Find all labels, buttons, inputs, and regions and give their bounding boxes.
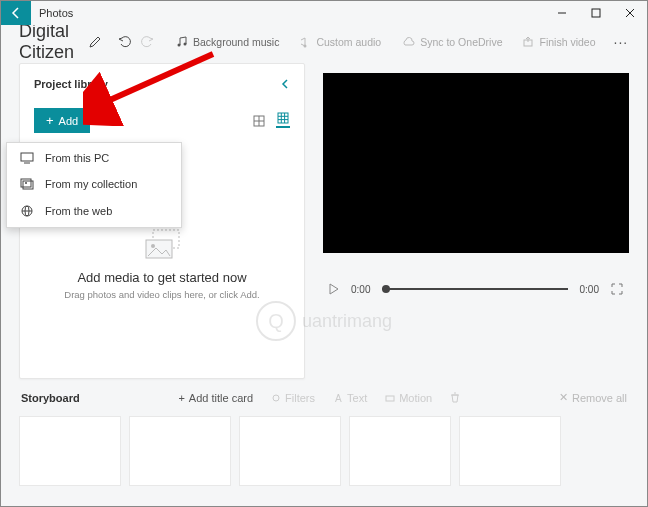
remove-all-button[interactable]: ✕ Remove all — [559, 391, 627, 404]
media-placeholder-icon — [142, 228, 182, 260]
seek-bar[interactable] — [382, 288, 567, 290]
svg-text:A: A — [335, 393, 342, 403]
text-button[interactable]: A Text — [333, 392, 367, 404]
dropdown-web-label: From the web — [45, 205, 112, 217]
app-title: Photos — [31, 7, 73, 19]
add-button-label: Add — [59, 115, 79, 127]
dropdown-collection-label: From my collection — [45, 178, 137, 190]
add-button[interactable]: + Add — [34, 108, 90, 133]
redo-icon[interactable] — [140, 35, 154, 49]
pc-icon — [19, 152, 35, 164]
svg-point-4 — [304, 45, 307, 48]
music-icon — [176, 36, 188, 48]
back-button[interactable] — [1, 1, 31, 25]
storyboard-slot[interactable] — [19, 416, 121, 486]
total-time: 0:00 — [580, 284, 599, 295]
svg-point-18 — [25, 182, 27, 184]
custom-audio-button[interactable]: Custom audio — [293, 33, 387, 51]
svg-point-3 — [184, 43, 187, 46]
svg-rect-1 — [592, 9, 600, 17]
add-dropdown: From this PC From my collection From the… — [6, 142, 182, 228]
close-icon: ✕ — [559, 391, 568, 404]
view-single-icon[interactable] — [252, 114, 266, 128]
audio-icon — [299, 36, 311, 48]
empty-subtitle: Drag photos and video clips here, or cli… — [64, 289, 259, 300]
dropdown-from-collection[interactable]: From my collection — [7, 171, 181, 197]
storyboard-title: Storyboard — [21, 392, 80, 404]
background-music-button[interactable]: Background music — [170, 33, 285, 51]
storyboard-strip[interactable] — [19, 416, 629, 486]
svg-rect-9 — [278, 113, 288, 123]
empty-title: Add media to get started now — [77, 270, 246, 285]
storyboard-slot[interactable] — [459, 416, 561, 486]
filters-button[interactable]: Filters — [271, 392, 315, 404]
trash-icon — [450, 392, 460, 403]
storyboard-slot[interactable] — [129, 416, 231, 486]
add-title-card-button[interactable]: + Add title card — [178, 392, 253, 404]
dropdown-pc-label: From this PC — [45, 152, 109, 164]
custom-audio-label: Custom audio — [316, 36, 381, 48]
plus-icon: + — [46, 114, 54, 127]
export-icon — [522, 36, 534, 48]
close-button[interactable] — [613, 1, 647, 25]
dropdown-from-this-pc[interactable]: From this PC — [7, 145, 181, 171]
svg-rect-23 — [146, 240, 172, 258]
motion-button[interactable]: Motion — [385, 392, 432, 404]
library-title: Project library — [34, 78, 108, 90]
svg-point-26 — [273, 395, 279, 401]
filters-icon — [271, 393, 281, 403]
delete-button[interactable] — [450, 392, 460, 404]
minimize-button[interactable] — [545, 1, 579, 25]
text-icon: A — [333, 393, 343, 403]
svg-rect-14 — [21, 153, 33, 161]
finish-video-button[interactable]: Finish video — [516, 33, 601, 51]
current-time: 0:00 — [351, 284, 370, 295]
play-button[interactable] — [329, 283, 339, 295]
sync-label: Sync to OneDrive — [420, 36, 502, 48]
svg-point-24 — [151, 244, 155, 248]
plus-icon: + — [178, 392, 184, 404]
project-name: Digital Citizen — [19, 21, 74, 63]
edit-name-icon[interactable] — [88, 35, 102, 49]
motion-icon — [385, 393, 395, 403]
video-preview[interactable] — [323, 73, 629, 253]
background-music-label: Background music — [193, 36, 279, 48]
svg-rect-28 — [386, 396, 394, 401]
svg-point-2 — [178, 44, 181, 47]
undo-icon[interactable] — [118, 35, 132, 49]
finish-video-label: Finish video — [539, 36, 595, 48]
sync-button[interactable]: Sync to OneDrive — [395, 33, 508, 51]
storyboard-slot[interactable] — [239, 416, 341, 486]
add-title-card-label: Add title card — [189, 392, 253, 404]
view-grid-icon[interactable] — [276, 114, 290, 128]
storyboard-slot[interactable] — [349, 416, 451, 486]
collapse-library-icon[interactable] — [280, 78, 290, 90]
collection-icon — [19, 178, 35, 190]
maximize-button[interactable] — [579, 1, 613, 25]
project-library-panel: Project library + Add — [19, 63, 305, 379]
remove-all-label: Remove all — [572, 392, 627, 404]
web-icon — [19, 204, 35, 218]
fullscreen-icon[interactable] — [611, 283, 623, 295]
dropdown-from-web[interactable]: From the web — [7, 197, 181, 225]
cloud-icon — [401, 37, 415, 47]
more-button[interactable]: ··· — [610, 34, 633, 50]
